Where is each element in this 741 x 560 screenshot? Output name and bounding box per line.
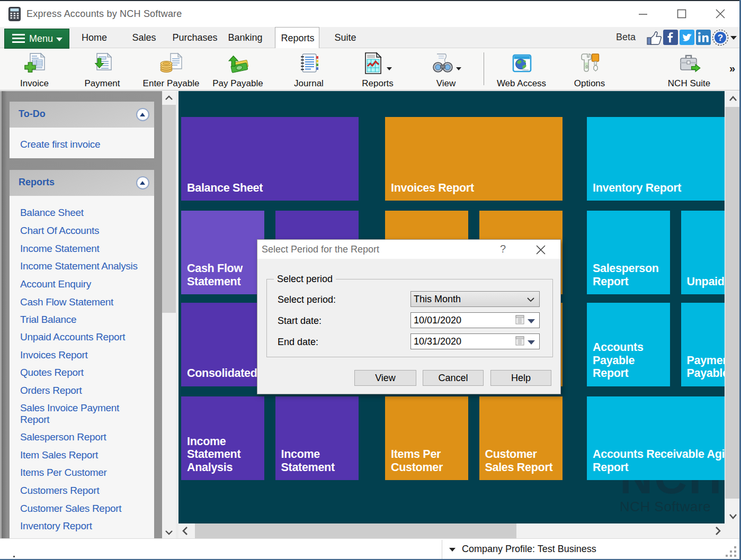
svg-text:?: ? (718, 33, 723, 43)
